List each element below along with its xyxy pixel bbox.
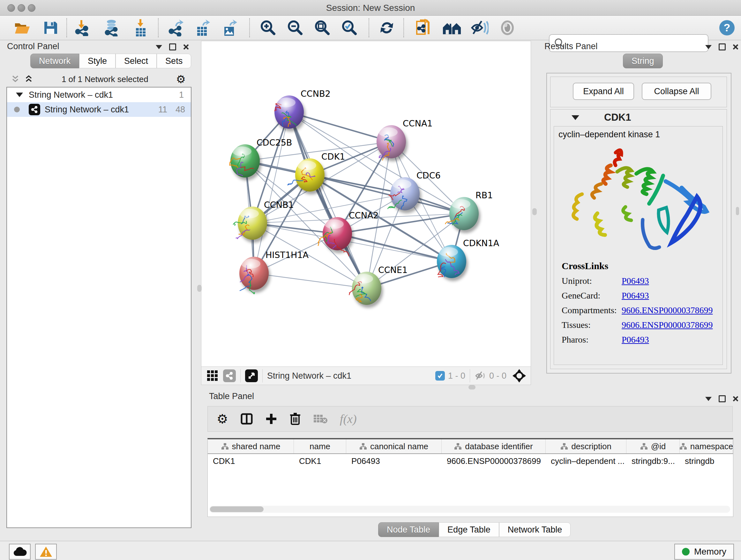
- column-header-shared-name[interactable]: shared name: [208, 439, 294, 453]
- create-column-icon[interactable]: [265, 413, 277, 425]
- help-button[interactable]: ?: [718, 19, 737, 37]
- edge-CCNB2-CCNE1[interactable]: [289, 112, 367, 288]
- tree-expander-icon[interactable]: [16, 92, 23, 97]
- zoom-out-button[interactable]: [286, 19, 305, 37]
- column-header-@id[interactable]: @id: [626, 439, 680, 453]
- tab-edge-table[interactable]: Edge Table: [439, 522, 499, 537]
- crosslink-link[interactable]: 9606.ENSP00000378699: [622, 320, 713, 330]
- table-cell[interactable]: CDK1: [208, 454, 294, 468]
- dock-menu-icon[interactable]: [705, 397, 712, 401]
- crosslink-link[interactable]: 9606.ENSP00000378699: [622, 305, 713, 315]
- birdseye-icon[interactable]: [512, 369, 526, 383]
- column-header-description[interactable]: description: [546, 439, 626, 453]
- zoom-selected-button[interactable]: [340, 19, 359, 37]
- export-image-button[interactable]: [221, 19, 240, 37]
- crosslink-link[interactable]: P06493: [622, 334, 649, 345]
- table-cell[interactable]: CDK1: [294, 454, 346, 468]
- import-network-from-file-button[interactable]: [73, 19, 92, 37]
- tab-network-table[interactable]: Network Table: [499, 522, 571, 537]
- node-CDC6[interactable]: CDC6: [388, 171, 441, 210]
- column-header-database-identifier[interactable]: database identifier: [442, 439, 546, 453]
- results-scrollbar-thumb[interactable]: [736, 207, 739, 215]
- network-row-selected[interactable]: String Network – cdk1 11 48: [7, 102, 191, 117]
- table-cell[interactable]: 9606.ENSP00000378699: [442, 454, 546, 468]
- node-HIST1H1A[interactable]: HIST1H1A: [239, 250, 309, 294]
- close-panel-icon[interactable]: [733, 44, 738, 50]
- memory-button[interactable]: Memory: [674, 544, 734, 560]
- selected-checkbox-icon[interactable]: [435, 371, 445, 381]
- function-builder-icon[interactable]: f(x): [340, 412, 357, 426]
- section-expander-icon[interactable]: [571, 115, 579, 120]
- node-RB1[interactable]: RB1: [445, 190, 493, 230]
- tab-node-table[interactable]: Node Table: [378, 522, 439, 537]
- crosslink-row: Tissues:9606.ENSP00000378699: [562, 320, 713, 330]
- column-header-name[interactable]: name: [294, 439, 346, 453]
- float-panel-icon[interactable]: [719, 44, 726, 51]
- tab-style[interactable]: Style: [79, 54, 116, 68]
- node-CDC25B[interactable]: CDC25B: [230, 138, 292, 178]
- export-table-button[interactable]: [194, 19, 213, 37]
- right-splitter-handle[interactable]: [532, 208, 537, 215]
- float-panel-icon[interactable]: [169, 44, 176, 51]
- edge-CCNA2-CDKN1A[interactable]: [337, 234, 452, 261]
- crosslink-link[interactable]: P06493: [622, 291, 649, 301]
- detach-view-icon[interactable]: [245, 369, 258, 382]
- open-session-button[interactable]: [13, 19, 32, 37]
- column-header-namespace[interactable]: namespace: [680, 439, 733, 453]
- home-button[interactable]: [442, 19, 461, 37]
- collapse-all-icon[interactable]: [11, 75, 20, 83]
- network-collection-row[interactable]: String Network – cdk1 1: [7, 87, 191, 102]
- left-splitter-handle[interactable]: [197, 285, 202, 292]
- column-header-canonical-name[interactable]: canonical name: [346, 439, 442, 453]
- tab-network[interactable]: Network: [30, 54, 79, 68]
- delete-table-icon[interactable]: [313, 414, 328, 424]
- edge-HIST1H1A-CCNE1[interactable]: [254, 273, 367, 288]
- table-options-gear-icon[interactable]: ⚙: [217, 412, 228, 426]
- network-canvas[interactable]: CCNB2CCNA1CDC25BCDK1CDC6RB1CCNB1CCNA2CDK…: [201, 41, 531, 367]
- tab-string[interactable]: String: [623, 54, 663, 68]
- scrollbar-thumb[interactable]: [210, 506, 264, 512]
- clone-network-button[interactable]: [414, 19, 433, 37]
- float-panel-icon[interactable]: [719, 395, 726, 402]
- dock-menu-icon[interactable]: [705, 45, 712, 49]
- status-bar: Memory: [0, 541, 741, 560]
- cloud-status-button[interactable]: [9, 544, 30, 560]
- edge-CCNB2-CCNA1[interactable]: [289, 112, 391, 142]
- node-result-header[interactable]: CDK1: [550, 110, 727, 125]
- import-table-from-file-button[interactable]: [131, 19, 150, 37]
- expand-all-button[interactable]: Expand All: [573, 83, 634, 100]
- grid-view-icon[interactable]: [206, 370, 219, 382]
- bottom-splitter-handle[interactable]: [468, 385, 475, 389]
- zoom-in-button[interactable]: [259, 19, 278, 37]
- node-CDKN1A[interactable]: CDKN1A: [437, 238, 499, 278]
- table-cell[interactable]: stringdb:9...: [626, 454, 680, 468]
- tab-sets[interactable]: Sets: [157, 54, 191, 68]
- gray-eye-button[interactable]: [498, 19, 517, 37]
- show-columns-icon[interactable]: [240, 413, 253, 425]
- table-cell[interactable]: stringdb: [680, 454, 733, 468]
- refresh-button[interactable]: [377, 19, 396, 37]
- network-badge-icon[interactable]: [223, 369, 236, 382]
- save-session-button[interactable]: [41, 19, 60, 37]
- delete-column-icon[interactable]: [289, 412, 301, 426]
- node-CCNA1[interactable]: CCNA1: [377, 118, 433, 161]
- zoom-fit-button[interactable]: [313, 19, 332, 37]
- dock-menu-icon[interactable]: [156, 45, 162, 49]
- import-network-from-database-button[interactable]: [102, 19, 121, 37]
- close-panel-icon[interactable]: [183, 44, 189, 50]
- warnings-button[interactable]: [35, 544, 57, 560]
- close-panel-icon[interactable]: [733, 396, 738, 401]
- network-options-gear-icon[interactable]: ⚙: [176, 73, 186, 85]
- hide-unselected-button[interactable]: [470, 19, 489, 37]
- node-CCNB2[interactable]: CCNB2: [274, 89, 331, 129]
- table-row[interactable]: CDK1CDK1P064939606.ENSP00000378699cyclin…: [208, 454, 733, 468]
- export-network-button[interactable]: [166, 19, 186, 37]
- table-horizontal-scrollbar[interactable]: [209, 506, 730, 513]
- tab-select[interactable]: Select: [116, 54, 157, 68]
- table-cell[interactable]: P06493: [346, 454, 442, 468]
- table-cell[interactable]: cyclin–dependent ...: [546, 454, 626, 468]
- crosslink-link[interactable]: P06493: [622, 276, 649, 286]
- expand-all-icon[interactable]: [24, 75, 34, 83]
- edge-CCNB2-HIST1H1A[interactable]: [254, 112, 289, 273]
- collapse-all-button[interactable]: Collapse All: [642, 83, 711, 100]
